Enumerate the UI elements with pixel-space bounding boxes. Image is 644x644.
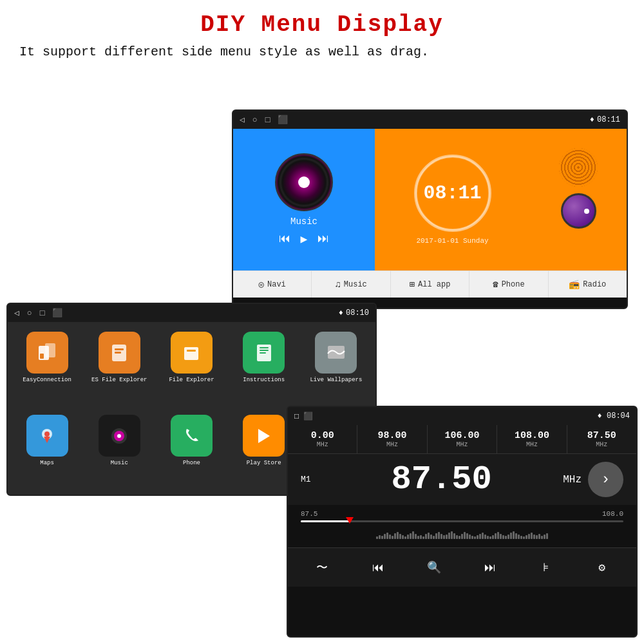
preset-1-freq: 0.00 [290, 430, 354, 441]
preset-1[interactable]: 0.00 MHz [288, 425, 357, 453]
app-live-wallpapers[interactable]: Live Wallpapers [303, 332, 369, 408]
tab-phone[interactable]: ☎ Phone [469, 271, 548, 298]
app-instructions[interactable]: Instructions [231, 332, 297, 408]
music-icon: ♫ [335, 279, 340, 290]
clock-panel: 08:11 2017-01-01 Sunday [375, 129, 530, 270]
top-right-status: ♦ 08:11 [590, 115, 620, 124]
easy-connection-icon [26, 332, 68, 374]
live-icon [315, 332, 357, 374]
radio-prev-button[interactable]: ⏮ [365, 554, 391, 580]
clock-date: 2017-01-01 Sunday [416, 237, 488, 245]
station-label: M1 [301, 475, 320, 484]
svg-rect-1 [45, 343, 55, 357]
music-controls: ⏮ ▶ ⏭ [279, 232, 330, 246]
top-device: ◁ ○ □ ⬛ ♦ 08:11 Music ⏮ ▶ ⏭ 08:11 [232, 109, 628, 309]
radio-screenshot-icon[interactable]: ⬛ [303, 412, 313, 421]
file-label: File Explorer [169, 377, 214, 384]
app-es-file-explorer[interactable]: ES File Explorer [86, 332, 152, 408]
phone-app-icon [171, 415, 213, 457]
slider-thumb [346, 517, 354, 524]
svg-rect-2 [40, 354, 44, 359]
tab-navi[interactable]: ◎ Navi [233, 271, 312, 298]
play-store-icon [243, 415, 285, 457]
slider-fill [301, 520, 349, 522]
preset-5-mhz: MHz [570, 441, 634, 448]
preset-5[interactable]: 87.50 MHz [567, 425, 636, 453]
svg-marker-14 [44, 437, 50, 443]
left-time: 08:10 [346, 308, 369, 317]
preset-2-mhz: MHz [360, 441, 424, 448]
preset-4-freq: 108.00 [500, 430, 564, 441]
radio-bottom-controls: 〜 ⏮ 🔍 ⏭ ⊧ ⚙ [288, 547, 636, 587]
play-store-label: Play Store [247, 460, 281, 467]
recents-icon[interactable]: □ [265, 115, 270, 125]
radio-search-button[interactable]: 🔍 [421, 554, 447, 580]
app-phone[interactable]: Phone [158, 415, 224, 491]
preset-4[interactable]: 108.00 MHz [497, 425, 567, 453]
preset-3[interactable]: 106.00 MHz [428, 425, 497, 453]
svg-point-15 [44, 431, 50, 437]
tab-music[interactable]: ♫ Music [312, 271, 390, 298]
app-easy-connection[interactable]: EasyConnection [14, 332, 80, 408]
radio-status-bar: □ ⬛ ♦ 08:04 [288, 407, 636, 425]
mhz-label: MHz [563, 474, 582, 486]
prev-button[interactable]: ⏮ [279, 232, 290, 246]
top-time: 08:11 [597, 115, 620, 124]
svg-point-18 [117, 434, 121, 438]
back-icon-left[interactable]: ◁ [14, 308, 19, 318]
radio-tab-label: Radio [583, 280, 606, 289]
app-file-explorer[interactable]: File Explorer [158, 332, 224, 408]
recents-icon-left[interactable]: □ [40, 308, 45, 318]
app-music[interactable]: Music [86, 415, 152, 491]
svg-rect-7 [187, 350, 196, 352]
vinyl-center [298, 176, 310, 188]
preset-2-freq: 98.00 [360, 430, 424, 441]
orange-panel [530, 129, 627, 270]
phone-icon: ☎ [493, 279, 498, 290]
preset-3-mhz: MHz [430, 441, 494, 448]
preset-2[interactable]: 98.00 MHz [357, 425, 427, 453]
svg-rect-6 [184, 347, 198, 360]
clock-ring: 08:11 [414, 155, 491, 232]
allapp-icon: ⊞ [410, 279, 415, 290]
home-icon[interactable]: ○ [252, 115, 258, 125]
left-nav-icons: ◁ ○ □ ⬛ [14, 308, 62, 318]
svg-rect-10 [260, 350, 269, 351]
tab-radio[interactable]: 📻 Radio [549, 271, 627, 298]
screenshot-icon-left[interactable]: ⬛ [52, 308, 62, 318]
radio-wave-button[interactable]: 〜 [309, 554, 335, 580]
preset-4-mhz: MHz [500, 441, 564, 448]
location-icon: ♦ [590, 115, 594, 124]
radio-settings-button[interactable]: ⚙ [589, 554, 615, 580]
home-icon-left[interactable]: ○ [27, 308, 32, 318]
preset-3-freq: 106.00 [430, 430, 494, 441]
music-tab-label: Music [344, 280, 367, 289]
slider-track[interactable] [301, 520, 623, 522]
radio-icon: 📻 [569, 279, 580, 290]
tab-all-app[interactable]: ⊞ All app [391, 271, 469, 298]
next-station-button[interactable]: › [588, 462, 623, 497]
svg-rect-5 [115, 352, 121, 354]
top-status-bar: ◁ ○ □ ⬛ ♦ 08:11 [233, 111, 627, 129]
navi-icon: ◎ [259, 279, 264, 290]
vinyl-record [275, 153, 333, 211]
app-maps[interactable]: Maps [14, 415, 80, 491]
svg-rect-11 [260, 352, 266, 354]
radio-eq-button[interactable]: ⊧ [533, 554, 559, 580]
preset-1-mhz: MHz [290, 441, 354, 448]
radio-presets: 0.00 MHz 98.00 MHz 106.00 MHz 108.00 MHz… [288, 425, 636, 454]
screenshot-icon[interactable]: ⬛ [278, 115, 288, 125]
back-icon[interactable]: ◁ [240, 115, 245, 125]
clock-time: 08:11 [423, 182, 481, 204]
play-button[interactable]: ▶ [301, 232, 308, 246]
instructions-icon [243, 332, 285, 374]
slider-min-label: 87.5 [301, 510, 317, 518]
radio-main: M1 87.50 MHz › [288, 454, 636, 505]
next-button[interactable]: ⏭ [317, 232, 329, 246]
radio-next-ctrl-button[interactable]: ⏭ [477, 554, 503, 580]
radio-square-icon[interactable]: □ [294, 412, 299, 421]
phone-app-label: Phone [183, 460, 200, 467]
radio-nav-icons: □ ⬛ [294, 412, 313, 421]
knob[interactable] [561, 193, 596, 229]
music-panel: Music ⏮ ▶ ⏭ [233, 129, 375, 270]
